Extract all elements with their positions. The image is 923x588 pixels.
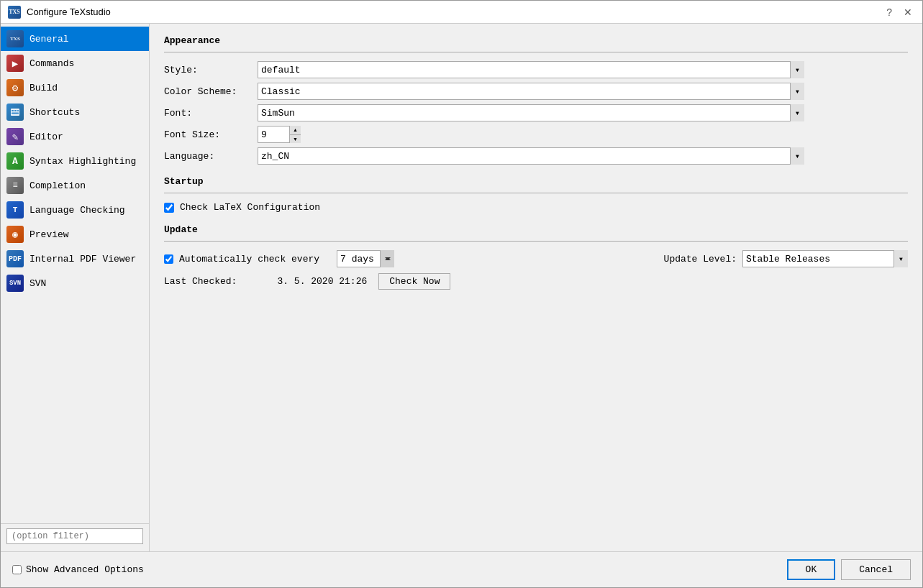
pdf-icon: PDF	[6, 250, 24, 267]
sidebar-label-editor: Editor	[29, 132, 63, 142]
font-size-spinbox: ▲ ▼	[258, 126, 301, 143]
sidebar-label-svn: SVN	[29, 278, 46, 289]
sidebar-label-completion: Completion	[29, 180, 86, 191]
startup-section-title: Startup	[164, 176, 908, 187]
appearance-divider	[164, 52, 908, 52]
show-advanced-label: Show Advanced Options	[26, 564, 144, 575]
sidebar-item-commands[interactable]: ▶ Commands	[1, 51, 149, 75]
sidebar-item-svn[interactable]: SVN SVN	[1, 271, 149, 295]
main-content: Appearance Style: default ▼ Color Scheme…	[150, 24, 922, 551]
svg-rect-3	[17, 110, 19, 111]
sidebar: TXS General ▶ Commands ⚙ Build	[1, 24, 150, 551]
interval-select-wrapper: 1 day 3 days 7 days 14 days 30 days	[337, 250, 394, 267]
update-level-wrapper: Update Level: Stable Releases Release Ca…	[664, 250, 908, 267]
font-size-label: Font Size:	[164, 129, 258, 140]
language-select[interactable]: zh_CN	[258, 147, 804, 165]
svn-icon: SVN	[6, 275, 24, 292]
update-divider	[164, 241, 908, 242]
dialog-footer: Show Advanced Options OK Cancel	[1, 551, 922, 587]
check-latex-row: Check LaTeX Configuration	[164, 202, 908, 213]
sidebar-item-preview[interactable]: ◉ Preview	[1, 222, 149, 247]
style-row: Style: default ▼	[164, 61, 908, 78]
font-select-wrapper: SimSun ▼	[258, 104, 804, 121]
font-size-down[interactable]: ▼	[290, 135, 301, 144]
title-bar: TXS Configure TeXstudio ? ✕	[1, 1, 922, 24]
title-bar-left: TXS Configure TeXstudio	[8, 6, 111, 19]
update-level-select-wrapper: Stable Releases Release Candidates Devel…	[742, 250, 908, 267]
auto-check-row: Automatically check every 1 day 3 days 7…	[164, 250, 908, 267]
style-select-wrapper: default ▼	[258, 61, 804, 78]
general-icon: TXS	[6, 30, 24, 47]
style-label: Style:	[164, 65, 258, 75]
sidebar-label-build: Build	[29, 83, 58, 93]
last-checked-row: Last Checked: 3. 5. 2020 21:26 Check Now	[164, 273, 908, 290]
show-advanced-checkbox[interactable]	[12, 565, 22, 574]
sidebar-item-syntax[interactable]: A Syntax Highlighting	[1, 149, 149, 173]
update-section: Update Automatically check every 1 day 3…	[164, 224, 908, 290]
language-icon: T	[6, 201, 24, 219]
sidebar-item-language[interactable]: T Language Checking	[1, 198, 149, 222]
sidebar-label-pdf: Internal PDF Viewer	[29, 254, 136, 265]
editor-icon: ✎	[6, 128, 24, 145]
startup-section: Startup Check LaTeX Configuration	[164, 176, 908, 213]
check-now-button[interactable]: Check Now	[378, 273, 450, 290]
check-latex-label: Check LaTeX Configuration	[180, 202, 320, 213]
build-icon: ⚙	[6, 79, 24, 96]
shortcuts-icon	[6, 104, 24, 121]
sidebar-label-shortcuts: Shortcuts	[29, 107, 80, 118]
sidebar-item-editor[interactable]: ✎ Editor	[1, 124, 149, 149]
show-advanced-wrapper: Show Advanced Options	[12, 564, 144, 575]
font-size-up[interactable]: ▲	[290, 126, 301, 135]
language-row: Language: zh_CN ▼	[164, 147, 908, 165]
last-checked-value: 3. 5. 2020 21:26	[277, 276, 367, 287]
color-scheme-select[interactable]: Classic	[258, 83, 804, 100]
sidebar-item-completion[interactable]: ≡ Completion	[1, 173, 149, 198]
sidebar-label-syntax: Syntax Highlighting	[29, 156, 136, 167]
language-select-wrapper: zh_CN ▼	[258, 147, 804, 165]
sidebar-item-general[interactable]: TXS General	[1, 27, 149, 51]
title-bar-right: ? ✕	[883, 7, 915, 17]
auto-check-label: Automatically check every	[179, 254, 319, 265]
sidebar-label-preview: Preview	[29, 229, 69, 240]
appearance-section-title: Appearance	[164, 35, 908, 46]
auto-check-checkbox[interactable]	[164, 254, 173, 264]
sidebar-bottom	[1, 523, 149, 548]
sidebar-label-general: General	[29, 34, 69, 45]
sidebar-item-build[interactable]: ⚙ Build	[1, 75, 149, 100]
font-size-row: Font Size: ▲ ▼	[164, 126, 908, 143]
style-select[interactable]: default	[258, 61, 804, 78]
svg-rect-1	[12, 110, 14, 111]
preview-icon: ◉	[6, 226, 24, 243]
sidebar-item-pdf[interactable]: PDF Internal PDF Viewer	[1, 247, 149, 271]
syntax-icon: A	[6, 152, 24, 170]
cancel-button[interactable]: Cancel	[841, 559, 911, 580]
color-scheme-select-wrapper: Classic ▼	[258, 83, 804, 100]
dialog-body: TXS General ▶ Commands ⚙ Build	[1, 24, 922, 551]
last-checked-label: Last Checked:	[164, 276, 237, 287]
option-filter-input[interactable]	[6, 528, 143, 544]
svg-rect-4	[12, 113, 19, 114]
app-icon: TXS	[8, 6, 21, 19]
startup-divider	[164, 193, 908, 193]
window-title: Configure TeXstudio	[27, 6, 111, 17]
check-latex-checkbox[interactable]	[164, 203, 174, 213]
sidebar-label-language: Language Checking	[29, 205, 125, 216]
color-scheme-row: Color Scheme: Classic ▼	[164, 83, 908, 100]
color-scheme-label: Color Scheme:	[164, 86, 258, 97]
interval-select[interactable]: 1 day 3 days 7 days 14 days 30 days	[337, 250, 394, 267]
spinbox-arrows: ▲ ▼	[289, 126, 301, 143]
close-button[interactable]: ✕	[901, 7, 915, 17]
ok-button[interactable]: OK	[787, 559, 836, 580]
font-select[interactable]: SimSun	[258, 104, 804, 121]
update-level-select[interactable]: Stable Releases Release Candidates Devel…	[742, 250, 908, 267]
sidebar-label-commands: Commands	[29, 58, 74, 69]
update-section-title: Update	[164, 224, 908, 235]
sidebar-item-shortcuts[interactable]: Shortcuts	[1, 100, 149, 124]
footer-buttons: OK Cancel	[787, 559, 911, 580]
svg-rect-0	[11, 109, 19, 116]
commands-icon: ▶	[6, 55, 24, 72]
completion-icon: ≡	[6, 177, 24, 194]
help-button[interactable]: ?	[883, 7, 895, 17]
font-row: Font: SimSun ▼	[164, 104, 908, 121]
language-label: Language:	[164, 151, 258, 162]
